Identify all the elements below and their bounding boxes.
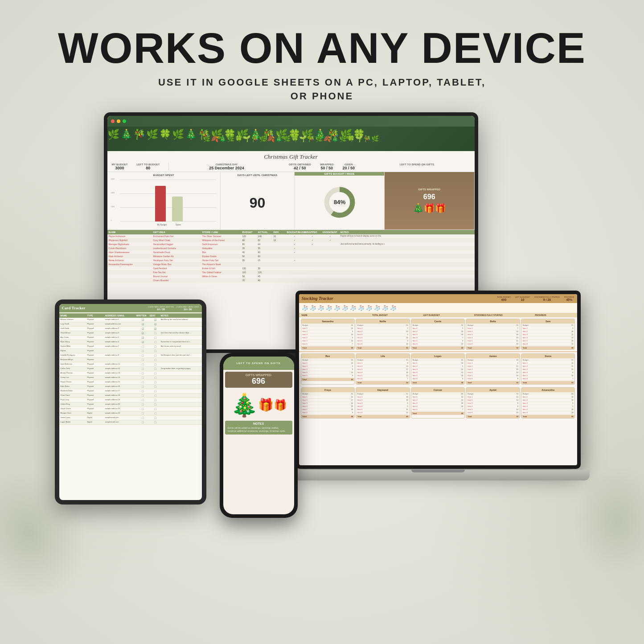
- person-item-row: Item 2 11: [357, 399, 408, 402]
- person-budget-row: Budget55: [466, 324, 520, 327]
- devices-container: 🌿🍂🎄🌿🍀🌱🎋🌿🍂🎄🌿🍀🌱🎋🌿🍂🎄🌿🍀🌱🎋🌿 Christmas Gift Tr…: [55, 112, 590, 531]
- card-table-row: Carlos Todd Physical sample address 12 ☐…: [59, 367, 202, 371]
- card-table-row: Kaito Baker Physical sample address 16 ☐…: [59, 385, 202, 389]
- card-table-row: Morgan Chen Digital sample address 22 ☐ …: [59, 411, 202, 416]
- person-budget-row: Budget55: [301, 358, 355, 361]
- person-item-row: Item 3 19: [468, 333, 518, 336]
- person-item-row: Item 5 9: [413, 340, 464, 343]
- gift-table-row: Corvin Blackthorn Leatherbound Grimoire …: [107, 246, 475, 250]
- person-item-row: Item 6 7: [303, 343, 353, 346]
- person-budget-row: Budget55: [521, 324, 575, 327]
- phone-header: LEFT TO SPEND ON GIFTS: [223, 357, 294, 370]
- stocking-icon: 🧦: [302, 305, 308, 311]
- stat-left-to-budget: LEFT TO BUDGET 80: [136, 163, 160, 170]
- person-item-row: Item 4 19: [413, 405, 464, 408]
- stocking-persons-grid-3: Freya Budget55 Item 1 15 Item 2 17: [299, 386, 577, 420]
- page-container: WORKS ON ANY DEVICE USE IT IN GOOGLE SHE…: [0, 0, 644, 644]
- stat-gifts-obtained: GIFTS OBTAINED 42 / 50: [289, 163, 311, 170]
- person-item-row: Item 3 12: [523, 333, 574, 336]
- stats-row: MY BUDGET 3000 LEFT TO BUDGET 80 CHRISTM…: [107, 162, 475, 172]
- person-item-row: Item 3 14: [413, 368, 464, 371]
- card-tracker-title: Card Tracker: [62, 306, 86, 310]
- person-item-row: Item 2 13: [413, 399, 464, 402]
- gift-table-header: NAME GIFT IDEA STORE / LINK BUDGET ACTUA…: [107, 230, 475, 234]
- traffic-dot-yellow: [117, 119, 120, 123]
- stocking-progress: PROGRESS 45%: [564, 296, 574, 301]
- cards-sent-stat: CHRISTMAS CARDS SENT 10 / 30: [176, 306, 199, 311]
- person-name: Samantha: [301, 319, 355, 324]
- gift-table-row: Opal Pendant Ember & Ash 130 30: [107, 267, 475, 271]
- card-tracker-header: Card Tracker CHRISTMAS CARDS WRITTEN 10 …: [59, 304, 202, 312]
- person-item-row: Item 4 13: [468, 336, 518, 340]
- person-stocking-card: Apriel Budget55 Item 1 15 Item 2 14: [466, 387, 520, 418]
- gift-table-row: Payne Archerson Enchanted Paint Set The …: [107, 234, 475, 238]
- gifts-wrapped-box: GIFTS WRAPPED 696 🎄🎁🎁: [385, 172, 475, 230]
- person-item-row: Item 5 18: [523, 408, 574, 411]
- sub-title: USE IT IN GOOGLE SHEETS ON A PC, LAPTOP,…: [58, 76, 586, 103]
- laptop-screen: Stocking Tracker TOTAL BUDGET 400 LEFT I…: [299, 294, 577, 465]
- person-item-row: Item 6 8: [468, 377, 518, 381]
- header-section: WORKS ON ANY DEVICE USE IT IN GOOGLE SHE…: [58, 27, 586, 103]
- person-total: Total42: [411, 346, 465, 349]
- person-budget-row: Budget55: [301, 392, 355, 395]
- person-item-row: Item 4 7: [413, 336, 464, 340]
- traffic-dot-green: [123, 119, 126, 123]
- person-item-row: Item 4 12: [468, 371, 518, 374]
- gift-table-row: Rhyannon Nightfall Cozy Wool Cloak Whisp…: [107, 238, 475, 242]
- phone-screen: LEFT TO SPEND ON GIFTS GIFTS WRAPPED 696…: [223, 357, 294, 514]
- monitor-menubar: [107, 116, 475, 127]
- main-title: WORKS ON ANY DEVICE: [58, 27, 586, 70]
- tablet-screen: Card Tracker CHRISTMAS CARDS WRITTEN 10 …: [59, 304, 202, 500]
- person-item-row: Item 6 12: [357, 411, 408, 414]
- gift-table-row: Fine Tea Set The Gilded Feather 100 120: [107, 271, 475, 275]
- person-name: Lila: [356, 354, 410, 358]
- person-items: Item 1 15 Item 2 17 Item 3 12: [301, 395, 355, 415]
- card-table-row: Josh Smith Physical sample address 3 ☑ ☑: [59, 327, 202, 331]
- person-name: Logan: [411, 354, 465, 358]
- christmas-tree-phone-icon: 🎄: [230, 392, 258, 418]
- card-table-row: Digitas Physical ☐ ☐: [59, 349, 202, 353]
- gift-table-row: Bound Journal Willow & Stone 50 45: [107, 275, 475, 279]
- person-item-row: Item 1 15: [303, 396, 353, 399]
- person-item-row: Item 1 15: [523, 362, 574, 365]
- person-item-row: Item 4 14: [303, 371, 353, 374]
- card-table-row: Elizabeth Davis Physical sample address …: [59, 389, 202, 394]
- gift-table-row: Charm Bracelet 70 40: [107, 279, 475, 283]
- person-items: Item 1 5 Item 2 15 Item 3 10: [466, 361, 520, 381]
- person-item-row: Item 6 16: [357, 343, 408, 346]
- days-left-display: 90: [250, 178, 266, 228]
- donut-svg: 84%: [322, 185, 357, 220]
- person-name: Apriel: [466, 388, 520, 392]
- person-item-row: Item 4 16: [357, 336, 408, 340]
- person-stocking-card: Nollie Budget55 Item 1 7 Item 2 12: [356, 319, 410, 350]
- person-stocking-card: Logan Budget55 Item 1 10 Item 2 5: [411, 353, 465, 385]
- gift-table-row: Amarantha Ravensquire Vintage Music Box …: [107, 263, 475, 267]
- person-item-row: Item 1 10: [303, 362, 353, 365]
- person-item-row: Item 1 16: [523, 396, 574, 399]
- donut-chart: 84%: [296, 177, 382, 228]
- person-items: Item 1 15 Item 2 11 Item 3 10: [521, 361, 575, 381]
- person-item-row: Item 5 11: [357, 408, 408, 411]
- stat-given: GIVEN 20 / 50: [343, 163, 355, 170]
- person-stocking-card: Amarantha Budget55 Item 1 16 Item 2 10: [521, 387, 575, 418]
- bar-my-budget: [155, 186, 166, 222]
- person-items: Item 1 7 Item 2 12 Item 3 19: [466, 327, 520, 346]
- stat-my-budget: MY BUDGET 3000: [112, 163, 128, 170]
- person-total: Total38: [411, 381, 465, 384]
- person-item-row: Item 4 13: [523, 336, 574, 340]
- person-item-row: Item 6 7: [357, 377, 408, 381]
- person-name: Siena: [521, 354, 575, 358]
- person-item-row: Item 1 15: [468, 396, 518, 399]
- person-item-row: Item 3 12: [303, 402, 353, 405]
- person-item-row: Item 5 16: [468, 374, 518, 377]
- person-item-row: Item 2 15: [468, 365, 518, 368]
- cards-written-stat: CHRISTMAS CARDS WRITTEN 10 / 30: [148, 306, 174, 311]
- tablet-frame: Card Tracker CHRISTMAS CARDS WRITTEN 10 …: [55, 299, 206, 505]
- laptop: Stocking Tracker TOTAL BUDGET 400 LEFT I…: [287, 291, 590, 505]
- person-item-row: Item 2 5: [303, 330, 353, 333]
- person-item-row: Item 6 12: [413, 343, 464, 346]
- person-items: Item 1 10 Item 2 5 Item 3 14: [411, 361, 465, 381]
- person-budget-row: Budget55: [411, 392, 465, 395]
- charts-row: BUDGET SPENT 3000 2000 1000 0: [107, 172, 475, 230]
- person-item-row: Item 2 12: [468, 330, 518, 333]
